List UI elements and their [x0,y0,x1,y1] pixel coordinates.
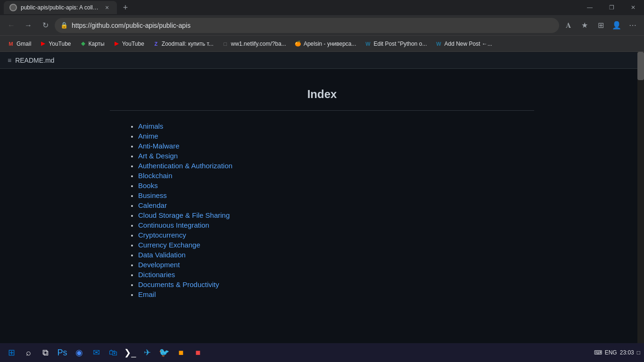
bookmark-label: Add New Post ←... [445,41,492,47]
bookmark-item[interactable]: ▶YouTube [109,39,148,49]
index-link[interactable]: Animals [138,122,163,130]
favorites-button[interactable]: ★ [577,18,592,33]
list-item: Art & Design [138,152,534,160]
bookmark-label: Gmail [17,41,31,47]
browser-content: ≡ README.md Index AnimalsAnimeAnti-Malwa… [0,52,644,343]
list-item: Data Validation [138,251,534,259]
bookmark-label: Apelsin - универса... [304,41,356,47]
list-item: Documents & Productivity [138,280,534,288]
profile-button[interactable]: 👤 [609,18,624,33]
index-link[interactable]: Anti-Malware [138,142,180,150]
content-area: Index AnimalsAnimeAnti-MalwareArt & Desi… [0,69,644,343]
list-item: Dictionaries [138,271,534,279]
list-item: Blockchain [138,172,534,180]
svg-point-0 [10,5,16,10]
bookmark-item[interactable]: WAdd New Post ←... [432,39,496,49]
reading-view-button[interactable]: 𝐀 [561,18,576,33]
bookmark-favicon: W [436,41,442,47]
bookmark-item[interactable]: MGmail [4,39,35,49]
bookmark-favicon: ◆ [80,41,86,47]
bookmark-label: Карты [89,41,105,47]
index-link[interactable]: Art & Design [138,152,178,160]
index-link[interactable]: Email [138,290,156,298]
url-text: https://github.com/public-apis/public-ap… [72,22,553,29]
bookmark-item[interactable]: □ww1.netlify.com/?ba... [218,39,290,49]
index-link[interactable]: Documents & Productivity [138,280,219,288]
nav-actions: 𝐀 ★ ⊞ 👤 ⋯ [561,18,640,33]
bookmark-favicon: ▶ [40,41,46,47]
index-heading: Index [110,88,534,101]
readme-header: ≡ README.md [0,52,644,69]
bookmark-item[interactable]: 🍊Apelsin - универса... [291,39,360,49]
ssl-lock-icon: 🔒 [60,22,68,29]
index-link[interactable]: Data Validation [138,251,186,259]
readme-icon: ≡ [8,57,11,64]
list-item: Calendar [138,201,534,209]
bookmark-label: Zoodmall: купить т... [162,41,214,47]
content-inner: Index AnimalsAnimeAnti-MalwareArt & Desi… [110,69,534,310]
list-item: Anime [138,132,534,140]
bookmark-favicon: M [8,41,14,47]
index-link[interactable]: Dictionaries [138,271,175,279]
bookmark-label: YouTube [49,41,71,47]
list-item: Cloud Storage & File Sharing [138,211,534,219]
title-bar-left: public-apis/public-apis: A collect × + [0,1,579,14]
list-item: Email [138,290,534,298]
bookmark-favicon: □ [222,41,229,47]
list-item: Development [138,261,534,269]
bookmark-item[interactable]: ◆Карты [76,39,108,49]
index-link[interactable]: Cloud Storage & File Sharing [138,211,230,219]
close-button[interactable]: ✕ [622,0,644,15]
index-link[interactable]: Calendar [138,201,167,209]
tab-favicon [9,4,17,11]
tab-close-button[interactable]: × [103,3,111,12]
readme-title: README.md [15,57,54,64]
reload-button[interactable]: ↻ [38,18,53,33]
bookmark-item[interactable]: ZZoodmall: купить т... [149,39,217,49]
tab-title: public-apis/public-apis: A collect [21,4,99,11]
more-button[interactable]: ⋯ [625,18,640,33]
new-tab-button[interactable]: + [119,1,132,14]
index-link[interactable]: Anime [138,132,158,140]
list-item: Authentication & Authorization [138,162,534,170]
index-link[interactable]: Books [138,181,158,189]
bookmark-label: ww1.netlify.com/?ba... [231,41,286,47]
index-link[interactable]: Continuous Integration [138,221,209,229]
index-link[interactable]: Cryptocurrency [138,231,186,239]
browser-tab[interactable]: public-apis/public-apis: A collect × [4,1,117,14]
bookmark-favicon: Z [153,41,159,47]
bookmark-label: YouTube [122,41,144,47]
list-item: Cryptocurrency [138,231,534,239]
minimize-button[interactable]: — [579,0,601,15]
bookmark-item[interactable]: ▶YouTube [36,39,74,49]
nav-bar: ← → ↻ 🔒 https://github.com/public-apis/p… [0,15,644,36]
index-link[interactable]: Blockchain [138,172,173,180]
list-item: Currency Exchange [138,241,534,249]
index-list: AnimalsAnimeAnti-MalwareArt & DesignAuth… [110,122,534,298]
list-item: Books [138,181,534,189]
forward-button[interactable]: → [21,18,36,33]
list-item: Continuous Integration [138,221,534,229]
bookmark-label: Edit Post "Python o... [374,41,427,47]
maximize-button[interactable]: ❐ [601,0,622,15]
bookmarks-bar: MGmail▶YouTube◆Карты▶YouTubeZZoodmall: к… [0,36,644,52]
list-item: Business [138,191,534,199]
index-link[interactable]: Currency Exchange [138,241,200,249]
back-button[interactable]: ← [4,18,19,33]
title-bar-controls: — ❐ ✕ [579,0,644,15]
index-link[interactable]: Authentication & Authorization [138,162,232,170]
bookmark-item[interactable]: WEdit Post "Python o... [361,39,431,49]
index-link[interactable]: Development [138,261,180,269]
index-link[interactable]: Business [138,191,167,199]
address-bar[interactable]: 🔒 https://github.com/public-apis/public-… [55,18,559,33]
bookmark-favicon: W [365,41,372,47]
title-bar: public-apis/public-apis: A collect × + —… [0,0,644,15]
bookmark-favicon: ▶ [113,41,120,47]
collections-button[interactable]: ⊞ [593,18,608,33]
scrollbar-thumb[interactable] [637,52,644,80]
list-item: Anti-Malware [138,142,534,150]
bookmark-favicon: 🍊 [295,41,301,47]
scrollbar[interactable] [637,52,644,343]
list-item: Animals [138,122,534,130]
index-divider [110,110,534,111]
